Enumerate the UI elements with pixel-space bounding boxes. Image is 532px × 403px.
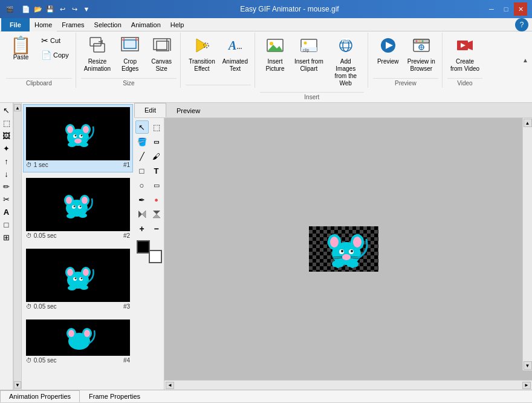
minimize-btn[interactable]: ─ <box>485 2 498 16</box>
frame-number-3: #3 <box>123 303 130 310</box>
sidebar-tool-select[interactable]: ↖ <box>1 104 13 116</box>
h-scroll-left[interactable]: ◄ <box>166 382 174 389</box>
eyedropper-tool[interactable]: ✒ <box>135 193 149 206</box>
resize-animation-button[interactable]: ResizeAnimation <box>81 34 114 75</box>
create-from-video-button[interactable]: Createfrom Video <box>447 34 482 75</box>
quick-access-arrow[interactable]: ▼ <box>81 4 92 15</box>
frame-list: ⏱ 1 sec #1 <box>22 103 134 390</box>
frame-scroll-up[interactable]: ▲ <box>14 104 21 111</box>
new-file-btn[interactable]: 📄 <box>21 4 31 15</box>
insert-clipart-button[interactable]: clip Insert fromClipart <box>291 34 326 75</box>
rounded-rect-tool[interactable]: ▭ <box>150 179 163 192</box>
create-from-video-label: Createfrom Video <box>450 58 479 73</box>
ribbon-group-video: Createfrom Video Video <box>444 33 486 88</box>
redo-btn[interactable]: ↪ <box>69 4 80 15</box>
svg-point-94 <box>330 237 339 247</box>
sidebar-tool-lasso[interactable]: ⬚ <box>1 117 13 129</box>
svg-point-66 <box>80 205 82 207</box>
menu-home[interactable]: Home <box>30 18 57 31</box>
v-scroll-up[interactable]: ▲ <box>524 119 532 127</box>
arrow-select-tool[interactable]: ↖ <box>135 120 149 134</box>
maximize-btn[interactable]: □ <box>499 2 513 16</box>
help-icon[interactable]: ? <box>515 18 528 31</box>
canvas-size-button[interactable]: CanvasSize <box>146 34 177 75</box>
sidebar-tool-text[interactable]: A <box>1 206 13 218</box>
preview-button[interactable]: Preview <box>373 34 403 68</box>
cut-copy-group: ✂ Cut 📄 Copy <box>38 34 72 62</box>
svg-point-95 <box>353 237 362 247</box>
v-scroll-down[interactable]: ▼ <box>524 361 532 370</box>
paste-label: Paste <box>13 54 29 61</box>
tab-preview[interactable]: Preview <box>166 103 210 117</box>
svg-point-86 <box>84 330 90 337</box>
frame-item-2[interactable]: ⏱ 0.05 sec #2 <box>23 175 133 243</box>
rectangle-tool[interactable]: □ <box>135 164 149 177</box>
svg-point-110 <box>347 263 351 267</box>
v-scrollbar: ▲ ▼ <box>522 118 532 370</box>
sidebar-tool-draw[interactable]: ✏ <box>1 180 13 192</box>
copy-button[interactable]: 📄 Copy <box>38 48 72 62</box>
frame-item-1[interactable]: ⏱ 1 sec #1 <box>23 104 133 172</box>
add-images-web-label: Add Imagesfrom the Web <box>331 58 361 87</box>
cut-button[interactable]: ✂ Cut <box>38 34 72 47</box>
sidebar-tool-effect[interactable]: ✦ <box>1 142 13 154</box>
menu-help[interactable]: Help <box>166 18 189 31</box>
bg-color-swatch[interactable] <box>149 250 162 263</box>
zoom-in-tool[interactable]: + <box>135 222 149 235</box>
insert-picture-button[interactable]: InsertPicture <box>260 34 290 75</box>
menu-file[interactable]: File <box>1 18 30 31</box>
spray-tool[interactable]: ● <box>150 193 163 206</box>
transition-effect-button[interactable]: TransitionEffect <box>186 34 218 75</box>
h-scroll-right[interactable]: ► <box>522 382 531 389</box>
sidebar-tool-shape[interactable]: □ <box>1 218 13 231</box>
pencil-tool[interactable]: ╱ <box>135 149 149 163</box>
canvas-view[interactable]: ▲ ▼ <box>164 118 532 380</box>
flip-horz-tool[interactable] <box>135 208 149 221</box>
rect-select-tool[interactable]: ⬚ <box>150 120 163 134</box>
paint-bucket-tool[interactable]: 🪣 <box>135 135 149 148</box>
sidebar-tool-cut[interactable]: ✂ <box>1 193 13 205</box>
flip-vert-tool[interactable] <box>150 208 163 221</box>
animated-text-button[interactable]: A AnimatedText <box>219 34 251 75</box>
tab-animation-properties[interactable]: Animation Properties <box>0 390 80 402</box>
frame-item-4[interactable]: ⏱ 0.05 sec #4 <box>23 316 133 368</box>
frame-item-3[interactable]: ⏱ 0.05 sec #3 <box>23 246 133 314</box>
fg-color-swatch[interactable] <box>137 240 150 254</box>
frame-scroll-down[interactable]: ▼ <box>14 381 21 388</box>
ellipse-tool[interactable]: ○ <box>135 179 149 192</box>
menu-animation[interactable]: Animation <box>126 18 166 31</box>
svg-text:A: A <box>227 39 236 52</box>
h-scrollbar: ◄ ► <box>164 380 532 390</box>
preview-browser-button[interactable]: Preview inBrowser <box>404 34 438 75</box>
tab-edit[interactable]: Edit <box>134 103 166 117</box>
copy-icon: 📄 <box>41 50 51 60</box>
close-btn[interactable]: ✕ <box>514 2 527 16</box>
svg-point-52 <box>75 134 77 136</box>
brush-tool[interactable]: 🖌 <box>150 149 163 163</box>
menu-selection[interactable]: Selection <box>89 18 126 31</box>
add-images-web-button[interactable]: Web Add Imagesfrom the Web <box>328 34 364 90</box>
eraser-tool[interactable]: ▭ <box>150 135 163 148</box>
menu-frames[interactable]: Frames <box>57 18 89 31</box>
preview-icon <box>379 36 397 57</box>
canvas-content <box>164 118 522 380</box>
create-from-video-icon <box>456 36 474 57</box>
resize-animation-icon <box>88 36 107 57</box>
sidebar-tool-frame[interactable]: 🖼 <box>1 129 13 142</box>
sidebar-tool-move-down[interactable]: ↓ <box>1 168 13 180</box>
cut-icon: ✂ <box>41 36 48 45</box>
ribbon-collapse[interactable]: ▲ <box>522 33 530 88</box>
save-btn[interactable]: 💾 <box>45 4 56 15</box>
text-tool[interactable]: T <box>150 164 163 177</box>
tab-frame-properties[interactable]: Frame Properties <box>80 390 149 402</box>
sidebar-tool-grid[interactable]: ⊞ <box>1 231 13 243</box>
crop-edges-button[interactable]: CropEdges <box>115 34 145 75</box>
undo-btn[interactable]: ↩ <box>57 4 68 15</box>
frame-info-4: ⏱ 0.05 sec #4 <box>26 356 130 365</box>
open-file-btn[interactable]: 📂 <box>33 4 44 15</box>
paste-button[interactable]: 📋 Paste <box>6 34 36 64</box>
sidebar-tool-move-up[interactable]: ↑ <box>1 155 13 167</box>
zoom-out-tool[interactable]: − <box>150 222 163 235</box>
title-bar-left: 🎬 📄 📂 💾 ↩ ↪ ▼ <box>5 4 94 15</box>
ribbon-group-effects: TransitionEffect A AnimatedText <box>182 33 255 88</box>
